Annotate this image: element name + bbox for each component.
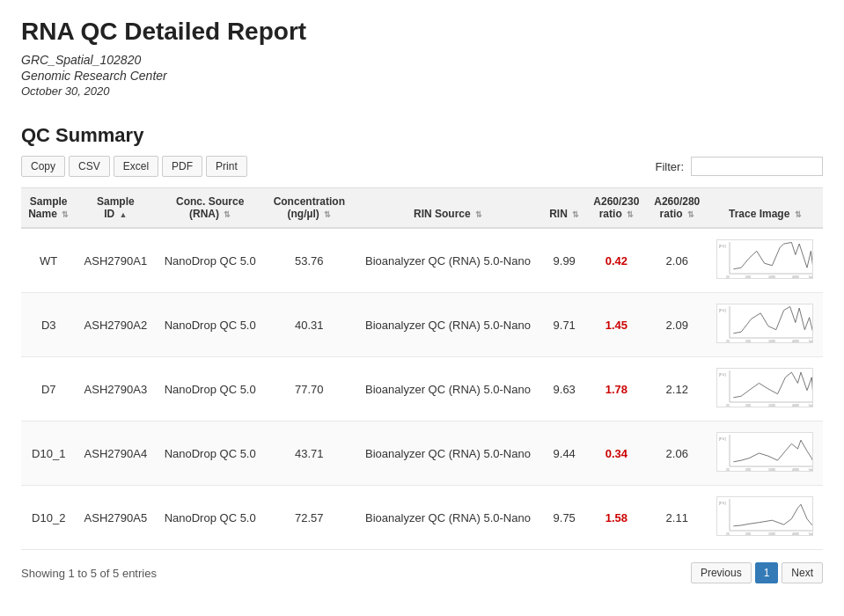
- cell-rin: 9.71: [542, 293, 585, 357]
- pagination: Previous 1 Next: [691, 562, 823, 583]
- cell-sample-id: ASH2790A4: [76, 422, 155, 486]
- col-conc-source[interactable]: Conc. Source(RNA) ⇅: [155, 188, 265, 229]
- sort-icon-a260-230: ⇅: [627, 210, 634, 219]
- footer: Showing 1 to 5 of 5 entries Previous 1 N…: [21, 562, 823, 583]
- data-table: SampleName ⇅ SampleID ▲ Conc. Source(RNA…: [21, 187, 823, 550]
- col-a260-230[interactable]: A260/230ratio ⇅: [586, 188, 647, 229]
- cell-concentration: 53.76: [265, 228, 353, 293]
- svg-text:[nt]: [nt]: [809, 532, 813, 536]
- svg-text:[FU]: [FU]: [719, 308, 726, 312]
- csv-button[interactable]: CSV: [69, 156, 110, 177]
- cell-a260-230: 1.45: [586, 293, 647, 357]
- svg-text:[FU]: [FU]: [719, 501, 726, 505]
- table-body: WT ASH2790A1 NanoDrop QC 5.0 53.76 Bioan…: [21, 228, 823, 550]
- cell-trace-image: [FU] 25 200 1000 4000 [nt]: [708, 293, 823, 357]
- report-date: October 30, 2020: [21, 84, 823, 98]
- filter-label: Filter:: [656, 160, 685, 173]
- table-row: D3 ASH2790A2 NanoDrop QC 5.0 40.31 Bioan…: [21, 293, 823, 357]
- sort-icon-rin: ⇅: [572, 210, 579, 219]
- svg-text:1000: 1000: [768, 468, 775, 472]
- cell-a260-230: 1.58: [586, 486, 647, 550]
- toolbar: Copy CSV Excel PDF Print Filter:: [21, 156, 823, 177]
- col-sample-name[interactable]: SampleName ⇅: [21, 188, 76, 229]
- svg-text:4000: 4000: [792, 404, 799, 407]
- copy-button[interactable]: Copy: [21, 156, 65, 177]
- col-rin[interactable]: RIN ⇅: [542, 188, 585, 229]
- trace-thumbnail: [FU] 25 200 1000 4000 [nt]: [716, 368, 813, 407]
- svg-text:4000: 4000: [792, 340, 799, 343]
- col-rin-source[interactable]: RIN Source ⇅: [354, 188, 543, 229]
- sort-icon-sample-id: ▲: [120, 210, 128, 219]
- prev-button[interactable]: Previous: [691, 562, 752, 583]
- svg-text:25: 25: [726, 532, 730, 536]
- svg-rect-27: [717, 433, 813, 472]
- svg-text:4000: 4000: [792, 532, 799, 536]
- sort-icon-trace-image: ⇅: [795, 210, 802, 219]
- cell-a260-230: 0.34: [586, 422, 647, 486]
- cell-sample-id: ASH2790A5: [76, 486, 155, 550]
- cell-conc-source: NanoDrop QC 5.0: [155, 486, 265, 550]
- trace-thumbnail: [FU] 25 200 1000 4000 [nt]: [716, 304, 813, 343]
- cell-sample-name: D10_2: [21, 486, 76, 550]
- cell-rin-source: Bioanalyzer QC (RNA) 5.0-Nano: [354, 357, 543, 422]
- table-row: D7 ASH2790A3 NanoDrop QC 5.0 77.70 Bioan…: [21, 357, 823, 422]
- cell-a260-280: 2.11: [647, 486, 708, 550]
- sort-icon-a260-280: ⇅: [687, 210, 694, 219]
- cell-conc-source: NanoDrop QC 5.0: [155, 422, 265, 486]
- col-sample-id[interactable]: SampleID ▲: [76, 188, 155, 229]
- col-a260-280[interactable]: A260/280ratio ⇅: [647, 188, 708, 229]
- cell-conc-source: NanoDrop QC 5.0: [155, 357, 265, 422]
- trace-thumbnail: [FU] 25 200 1000 4000 [nt]: [716, 496, 813, 536]
- svg-text:25: 25: [726, 340, 730, 343]
- cell-trace-image: [FU] 25 200 1000 4000 [nt]: [708, 357, 823, 422]
- svg-text:[FU]: [FU]: [719, 372, 726, 377]
- cell-sample-id: ASH2790A3: [76, 357, 155, 422]
- svg-text:200: 200: [745, 404, 751, 407]
- svg-text:200: 200: [745, 340, 751, 343]
- svg-rect-36: [717, 497, 813, 536]
- cell-conc-source: NanoDrop QC 5.0: [155, 228, 265, 293]
- svg-text:[nt]: [nt]: [809, 468, 813, 472]
- pdf-button[interactable]: PDF: [162, 156, 202, 177]
- next-button[interactable]: Next: [782, 562, 823, 583]
- filter-area: Filter:: [656, 157, 824, 176]
- table-row: WT ASH2790A1 NanoDrop QC 5.0 53.76 Bioan…: [21, 228, 823, 293]
- report-title: RNA QC Detailed Report: [21, 18, 823, 46]
- cell-rin-source: Bioanalyzer QC (RNA) 5.0-Nano: [354, 293, 543, 357]
- cell-sample-id: ASH2790A1: [76, 228, 155, 293]
- cell-a260-280: 2.06: [647, 228, 708, 293]
- showing-text: Showing 1 to 5 of 5 entries: [21, 567, 157, 580]
- col-concentration[interactable]: Concentration(ng/µl) ⇅: [265, 188, 353, 229]
- cell-sample-name: WT: [21, 228, 76, 293]
- svg-text:[FU]: [FU]: [719, 436, 726, 441]
- print-button[interactable]: Print: [206, 156, 247, 177]
- cell-rin-source: Bioanalyzer QC (RNA) 5.0-Nano: [354, 422, 543, 486]
- trace-thumbnail: [FU] 25 200 1000 4000 [nt]: [716, 239, 813, 279]
- filter-input[interactable]: [691, 157, 823, 176]
- cell-rin: 9.99: [542, 228, 585, 293]
- excel-button[interactable]: Excel: [114, 156, 158, 177]
- cell-a260-280: 2.12: [647, 357, 708, 422]
- svg-text:1000: 1000: [768, 532, 775, 536]
- cell-trace-image: [FU] 25 200 1000 4000 [nt]: [708, 228, 823, 293]
- cell-a260-230: 1.78: [586, 357, 647, 422]
- col-trace-image[interactable]: Trace Image ⇅: [708, 188, 823, 229]
- cell-sample-id: ASH2790A2: [76, 293, 155, 357]
- table-header-row: SampleName ⇅ SampleID ▲ Conc. Source(RNA…: [21, 188, 823, 229]
- cell-trace-image: [FU] 25 200 1000 4000 [nt]: [708, 422, 823, 486]
- cell-concentration: 43.71: [265, 422, 353, 486]
- table-row: D10_2 ASH2790A5 NanoDrop QC 5.0 72.57 Bi…: [21, 486, 823, 550]
- svg-text:200: 200: [745, 532, 751, 536]
- svg-text:25: 25: [726, 275, 730, 279]
- cell-trace-image: [FU] 25 200 1000 4000 [nt]: [708, 486, 823, 550]
- svg-text:[nt]: [nt]: [809, 275, 813, 279]
- svg-rect-18: [717, 369, 813, 407]
- page-number[interactable]: 1: [755, 562, 779, 583]
- cell-concentration: 40.31: [265, 293, 353, 357]
- cell-a260-230: 0.42: [586, 228, 647, 293]
- svg-text:200: 200: [745, 275, 751, 279]
- sort-icon-concentration: ⇅: [324, 210, 331, 219]
- svg-text:1000: 1000: [768, 275, 775, 279]
- cell-a260-280: 2.09: [647, 293, 708, 357]
- toolbar-buttons: Copy CSV Excel PDF Print: [21, 156, 247, 177]
